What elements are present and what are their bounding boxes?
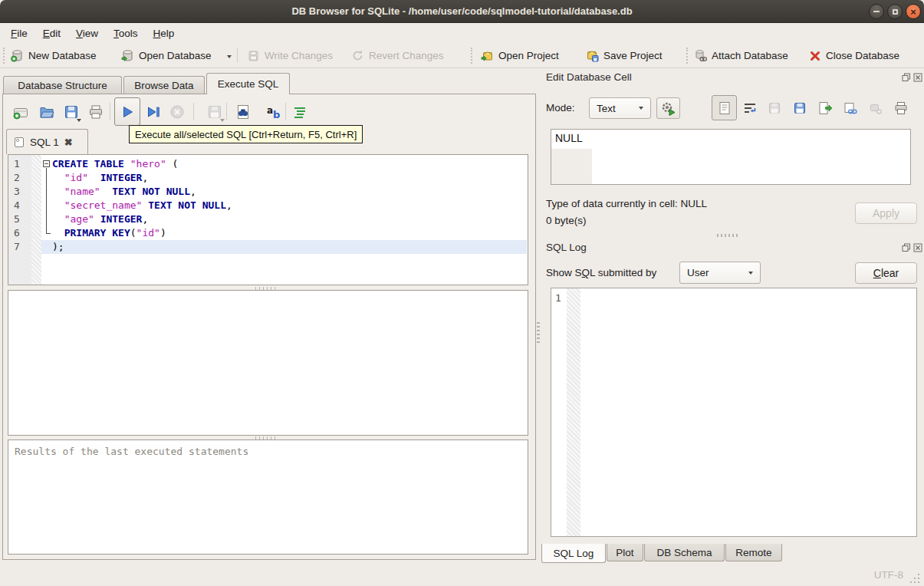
maximize-icon xyxy=(893,9,898,15)
link-icon xyxy=(843,100,858,116)
open-sql-file-button[interactable] xyxy=(35,100,58,123)
mode-combobox[interactable]: Text xyxy=(589,97,651,119)
dock-tab-plot[interactable]: Plot xyxy=(607,544,643,561)
autocomplete-button[interactable]: a b xyxy=(262,100,285,123)
cell-print-button[interactable] xyxy=(892,99,910,117)
open-database-icon xyxy=(121,49,134,62)
float-panel-icon[interactable] xyxy=(902,73,911,82)
sql-toolbar-separator xyxy=(110,103,110,120)
toolbar-drag-handle[interactable] xyxy=(686,48,689,64)
execute-line-button[interactable] xyxy=(142,100,165,123)
log-filter-combobox[interactable]: User xyxy=(679,262,761,284)
apply-button: Apply xyxy=(855,202,917,224)
open-file-icon xyxy=(767,100,782,116)
open-project-button[interactable]: Open Project xyxy=(481,46,559,65)
close-database-button[interactable]: Close Database xyxy=(809,46,899,65)
edit-cell-dock-buttons xyxy=(902,73,922,82)
print-button[interactable] xyxy=(84,100,107,123)
attach-database-button[interactable]: Attach Database xyxy=(694,46,788,65)
close-database-icon xyxy=(809,50,821,62)
float-panel-icon[interactable] xyxy=(902,243,911,252)
save-results-button xyxy=(203,100,226,123)
tab-execute-sql[interactable]: Execute SQL xyxy=(206,73,290,94)
cell-link-button[interactable] xyxy=(841,99,860,117)
sql-editor-tab[interactable]: SQL 1 ✖ xyxy=(6,129,88,154)
close-panel-icon[interactable] xyxy=(913,73,922,82)
word-wrap-button[interactable] xyxy=(741,99,759,117)
panel-splitter-handle[interactable] xyxy=(537,322,540,345)
maximize-button[interactable] xyxy=(887,4,903,19)
close-panel-icon[interactable] xyxy=(913,243,922,252)
write-changes-icon xyxy=(247,49,260,62)
combo-dropdown-arrow xyxy=(639,107,643,110)
import-in-cell-button[interactable] xyxy=(656,97,680,119)
tab-browse-data[interactable]: Browse Data xyxy=(123,76,205,94)
log-filter-label: Show SQL submitted by xyxy=(546,267,656,278)
editor-fold-markers[interactable] xyxy=(41,155,52,285)
close-button[interactable]: × xyxy=(906,4,921,19)
cell-value: NULL xyxy=(555,132,583,144)
log-fold-margin xyxy=(567,288,580,536)
cell-value-editor[interactable]: NULL xyxy=(551,129,911,185)
write-changes-button: Write Changes xyxy=(247,46,333,65)
save-results-icon xyxy=(206,104,223,120)
svg-text:b: b xyxy=(273,109,280,120)
menu-view[interactable]: View xyxy=(68,25,106,41)
main-toolbar: New Database Open Database Write Changes… xyxy=(0,43,924,68)
open-database-dropdown-arrow[interactable] xyxy=(227,55,232,58)
open-database-button[interactable]: Open Database xyxy=(121,46,212,65)
editor-line-numbers: 1234567 xyxy=(8,155,31,285)
titlebar[interactable]: DB Browser for SQLite - /home/user/code/… xyxy=(0,0,924,23)
cell-text-mode-button[interactable] xyxy=(712,95,737,120)
open-tab-button[interactable] xyxy=(9,100,32,123)
format-sql-button[interactable] xyxy=(288,100,311,123)
attach-database-icon xyxy=(694,49,707,62)
save-sql-dropdown-arrow[interactable] xyxy=(77,119,81,122)
save-sql-file-icon xyxy=(63,104,80,120)
menubar: File Edit View Tools Help xyxy=(0,23,924,43)
sql-log-view[interactable]: 1 xyxy=(551,288,917,537)
menu-file[interactable]: File xyxy=(3,25,35,41)
window-title: DB Browser for SQLite - /home/user/code/… xyxy=(0,0,924,22)
menu-edit[interactable]: Edit xyxy=(35,25,68,41)
new-database-button[interactable]: New Database xyxy=(11,46,97,65)
clear-log-button[interactable]: Clear xyxy=(855,262,917,284)
format-sql-icon xyxy=(291,104,308,120)
editor-code-area[interactable]: CREATE TABLE "hero" ( "id" INTEGER, "nam… xyxy=(52,155,528,285)
toolbar-drag-handle[interactable] xyxy=(3,48,5,64)
cell-open-file-button xyxy=(765,99,784,117)
dock-splitter-handle[interactable] xyxy=(717,234,740,237)
toolbar-drag-handle[interactable] xyxy=(471,48,473,64)
sql-toolbar-separator xyxy=(285,103,286,120)
menu-tools[interactable]: Tools xyxy=(106,25,146,41)
sql-editor-tab-label: SQL 1 xyxy=(30,137,59,148)
execute-all-icon xyxy=(119,104,136,120)
menu-help[interactable]: Help xyxy=(146,25,182,41)
save-results-dropdown-arrow xyxy=(220,119,225,122)
tab-close-icon[interactable]: ✖ xyxy=(64,137,73,148)
minimize-button[interactable] xyxy=(869,4,884,19)
minimize-icon xyxy=(873,11,880,12)
revert-changes-button: Revert Changes xyxy=(351,46,444,65)
dock-tab-sql-log[interactable]: SQL Log xyxy=(541,544,606,563)
sql-toolbar-separator xyxy=(193,103,194,120)
cell-editor-margin xyxy=(551,149,592,184)
cell-remove-button xyxy=(866,99,885,117)
sql-code-editor[interactable]: 1234567 CREATE TABLE "hero" ( "id" INTEG… xyxy=(8,154,528,285)
resize-grip[interactable] xyxy=(910,573,920,583)
dock-tab-remote[interactable]: Remote xyxy=(725,544,782,561)
dock-tab-db-schema[interactable]: DB Schema xyxy=(644,544,725,561)
find-replace-button[interactable] xyxy=(232,100,255,123)
results-message-pane[interactable]: Results of the last executed statements xyxy=(8,440,528,555)
open-tab-icon xyxy=(12,104,29,120)
results-grid-pane[interactable] xyxy=(8,290,528,436)
save-project-button[interactable]: Save Project xyxy=(586,46,663,65)
save-sql-file-button[interactable] xyxy=(60,100,83,123)
cell-save-as-button[interactable] xyxy=(791,99,809,117)
cell-size-info: 0 byte(s) xyxy=(546,215,587,226)
save-as-icon xyxy=(792,100,807,116)
gear-import-icon xyxy=(661,101,676,116)
cell-export-button[interactable] xyxy=(816,99,834,117)
execute-all-button[interactable] xyxy=(114,97,140,126)
tab-database-structure[interactable]: Database Structure xyxy=(3,76,122,94)
